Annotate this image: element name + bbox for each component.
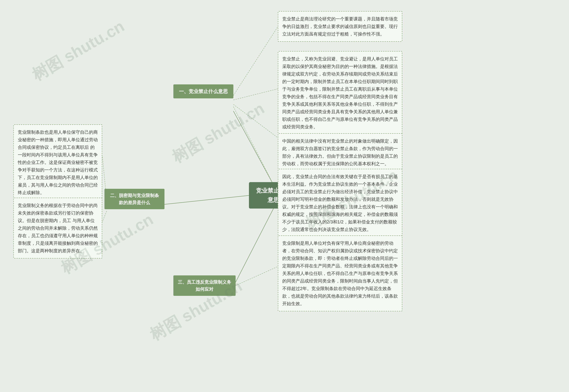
right-box-2: 竞业禁止，又称为竞业回避、竞业避让，是用人单位对员工采取的以保护其商业秘密为目的… bbox=[278, 51, 402, 135]
right-box-4: 因此，竞业禁止合同的合法有效关键在于是否有损员工的基本生活利益。作为竞业禁止协议… bbox=[278, 169, 402, 237]
left-box-2: 竞业限制义务的根据在于劳动合同中的尚未失效的保密条款或另行签订的保密协议。但是在… bbox=[13, 198, 102, 259]
mindmap-container: 树图 shutu.cn 树图 shutu.cn 树图 shutu.cn 树图 s… bbox=[0, 0, 569, 392]
svg-line-9 bbox=[233, 266, 278, 286]
svg-line-4 bbox=[233, 89, 278, 100]
left-box-1: 竞业限制条款也是用人单位保守自己的商业秘密的一种措施，即用人单位通过劳动合同或保… bbox=[13, 124, 102, 200]
right-box-3: 中国的相关法律中没有对竞业禁止的对象做出明确限定，因此，雇佣双方自愿签订的竞业禁… bbox=[278, 133, 402, 171]
watermark-2: 树图 shutu.cn bbox=[168, 98, 268, 168]
l1-node-1: 一、竞业禁止什么意思 bbox=[173, 84, 233, 98]
watermark-1: 树图 shutu.cn bbox=[28, 15, 128, 85]
right-box-1: 竞业禁止是商法理论研究的一个重要课题，并且随着市场竞争的日益激烈，竞业禁止要求的… bbox=[278, 11, 402, 42]
svg-line-6 bbox=[233, 107, 278, 193]
svg-line-3 bbox=[233, 27, 278, 96]
svg-line-0 bbox=[233, 111, 276, 189]
right-box-l3-1: 竞业限制是用人单位对负有保守用人单位商业秘密的劳动者，在劳动合同、知识产权归属协… bbox=[278, 236, 402, 311]
svg-line-5 bbox=[233, 104, 278, 138]
svg-line-1 bbox=[164, 196, 249, 204]
l1-node-3: 三、员工违反竞业限制义务如何应对 bbox=[173, 275, 236, 296]
svg-line-2 bbox=[233, 204, 276, 286]
svg-line-8 bbox=[102, 211, 107, 222]
l1-node-2: 二、脱密期与竞业限制条款的差异是什么 bbox=[104, 189, 164, 209]
